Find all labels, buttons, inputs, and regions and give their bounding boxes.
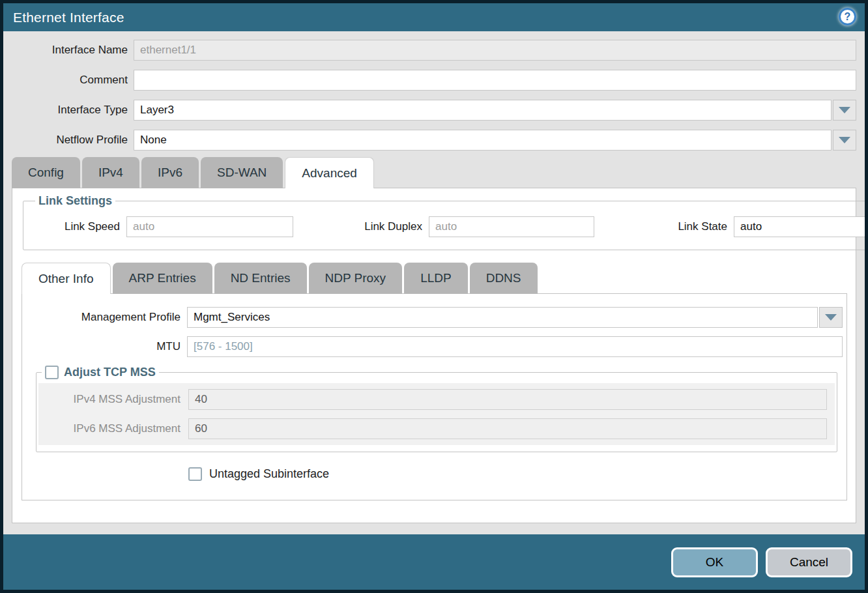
- tab-sd-wan[interactable]: SD-WAN: [201, 157, 283, 188]
- link-state-label: Link State: [636, 220, 734, 233]
- link-state-field[interactable]: [734, 216, 868, 237]
- management-profile-label: Management Profile: [22, 311, 187, 324]
- subtab-other-info[interactable]: Other Info: [22, 263, 111, 294]
- ipv4-mss-row: IPv4 MSS Adjustment: [46, 389, 827, 410]
- subtab-lldp[interactable]: LLDP: [404, 263, 468, 294]
- interface-name-label: Interface Name: [12, 44, 134, 57]
- untagged-subinterface-row: Untagged Subinterface: [188, 467, 843, 481]
- adjust-tcp-mss-checkbox[interactable]: [45, 366, 59, 379]
- subtab-ddns[interactable]: DDNS: [470, 263, 538, 294]
- chevron-down-icon: [839, 107, 850, 113]
- link-settings-legend: Link Settings: [35, 194, 115, 208]
- interface-type-field[interactable]: [134, 100, 832, 121]
- dialog-footer: OK Cancel: [3, 534, 865, 590]
- cancel-button[interactable]: Cancel: [766, 547, 852, 577]
- dialog-titlebar: Ethernet Interface ?: [3, 3, 865, 31]
- link-duplex-label: Link Duplex: [325, 220, 429, 233]
- subtab-arp-entries[interactable]: ARP Entries: [113, 263, 212, 294]
- advanced-tab-panel: Link Settings Link Speed Link Duplex Lin…: [12, 188, 856, 523]
- interface-type-label: Interface Type: [12, 104, 134, 117]
- tab-ipv4[interactable]: IPv4: [82, 157, 139, 188]
- dialog-title: Ethernet Interface: [13, 10, 124, 25]
- chevron-down-icon: [839, 137, 850, 143]
- adjust-tcp-mss-fieldset: Adjust TCP MSS IPv4 MSS Adjustment IPv6 …: [36, 366, 837, 452]
- netflow-profile-label: Netflow Profile: [12, 134, 134, 147]
- tab-advanced[interactable]: Advanced: [285, 157, 374, 188]
- management-profile-dropdown-button[interactable]: [819, 307, 843, 328]
- ethernet-interface-dialog: Ethernet Interface ? Interface Name Comm…: [0, 0, 868, 593]
- ipv6-mss-label: IPv6 MSS Adjustment: [46, 422, 188, 435]
- management-profile-field[interactable]: [187, 307, 818, 328]
- interface-name-field: [134, 40, 856, 61]
- comment-field[interactable]: [134, 70, 856, 91]
- ipv4-mss-label: IPv4 MSS Adjustment: [46, 393, 188, 406]
- sub-tabs: Other Info ARP Entries ND Entries NDP Pr…: [22, 263, 847, 293]
- ok-button[interactable]: OK: [671, 547, 758, 577]
- subtab-nd-entries[interactable]: ND Entries: [214, 263, 307, 294]
- help-icon[interactable]: ?: [839, 8, 856, 25]
- mtu-row: MTU: [22, 336, 843, 357]
- untagged-subinterface-label: Untagged Subinterface: [209, 467, 329, 481]
- tab-config[interactable]: Config: [12, 157, 80, 188]
- mss-fields-area: IPv4 MSS Adjustment IPv6 MSS Adjustment: [38, 383, 835, 445]
- comment-label: Comment: [12, 74, 134, 87]
- interface-type-row: Interface Type: [12, 100, 856, 121]
- management-profile-row: Management Profile: [22, 307, 843, 328]
- link-settings-row: Link Speed Link Duplex Link State: [30, 216, 868, 237]
- netflow-profile-row: Netflow Profile: [12, 130, 856, 151]
- link-duplex-field[interactable]: [429, 216, 594, 237]
- mtu-label: MTU: [22, 340, 187, 353]
- interface-name-row: Interface Name: [12, 40, 856, 61]
- interface-type-dropdown-button[interactable]: [833, 100, 856, 121]
- mtu-field[interactable]: [187, 336, 843, 357]
- ipv4-mss-field: [188, 389, 827, 410]
- other-info-panel: Management Profile MTU Adjust TCP MSS: [22, 293, 847, 500]
- adjust-tcp-mss-legend: Adjust TCP MSS: [42, 366, 159, 379]
- comment-row: Comment: [12, 70, 856, 91]
- link-speed-label: Link Speed: [30, 220, 126, 233]
- tab-ipv6[interactable]: IPv6: [141, 157, 199, 188]
- ipv6-mss-row: IPv6 MSS Adjustment: [46, 418, 827, 439]
- untagged-subinterface-checkbox[interactable]: [188, 467, 202, 481]
- link-speed-field[interactable]: [126, 216, 293, 237]
- netflow-profile-field[interactable]: [134, 130, 832, 151]
- ipv6-mss-field: [188, 418, 827, 439]
- chevron-down-icon: [825, 314, 837, 321]
- adjust-tcp-mss-label: Adjust TCP MSS: [64, 366, 156, 379]
- main-tabs: Config IPv4 IPv6 SD-WAN Advanced: [12, 157, 856, 188]
- subtab-ndp-proxy[interactable]: NDP Proxy: [309, 263, 403, 294]
- dialog-body: Interface Name Comment Interface Type Ne…: [3, 31, 865, 534]
- link-settings-fieldset: Link Settings Link Speed Link Duplex Lin…: [23, 194, 868, 250]
- netflow-profile-dropdown-button[interactable]: [833, 130, 856, 151]
